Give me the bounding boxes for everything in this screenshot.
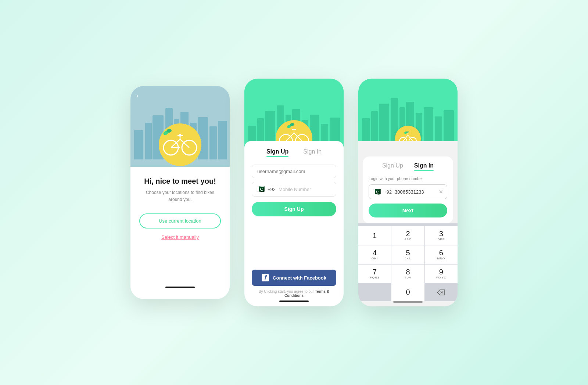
svg-rect-46: [379, 104, 389, 141]
tab-signin-3[interactable]: Sign In: [414, 162, 434, 171]
numeric-keypad: 1 2 ABC 3 DEF 4 GHI 5 JKL 6 MNO 7 PQRS 8: [358, 223, 458, 301]
flag-icon-3: 🇵🇰: [373, 188, 381, 196]
key-4-num: 4: [373, 249, 377, 256]
key-9-letters: WXYZ: [436, 276, 446, 279]
key-2-letters: ABC: [404, 238, 411, 241]
screen1-header: ‹: [130, 86, 230, 167]
key-6-letters: MNO: [437, 257, 445, 260]
key-5-letters: JKL: [405, 257, 411, 260]
key-1[interactable]: 1: [358, 226, 391, 245]
home-indicator-1: [165, 287, 195, 288]
svg-point-11: [159, 123, 201, 166]
key-7[interactable]: 7 PQRS: [358, 265, 391, 283]
select-manually-link[interactable]: Select it manually: [161, 234, 199, 240]
delete-icon: [437, 289, 445, 295]
screen3-card: Sign Up Sign In Login with your phone nu…: [363, 156, 453, 223]
key-5-num: 5: [406, 249, 410, 256]
next-button[interactable]: Next: [369, 204, 447, 217]
svg-rect-44: [362, 118, 370, 141]
screen1-body: Hi, nice to meet you! Choose your locati…: [130, 167, 230, 299]
back-button-2[interactable]: ‹: [244, 79, 344, 85]
phone-placeholder-2: Mobile Number: [279, 187, 311, 192]
clear-phone-button[interactable]: ✕: [439, 189, 443, 195]
key-2[interactable]: 2 ABC: [391, 226, 424, 245]
key-8-letters: TUV: [404, 276, 411, 279]
screen1-subtitle: Choose your locations to find bikes arou…: [139, 189, 221, 203]
country-code-2: +92: [268, 187, 276, 192]
svg-rect-45: [371, 111, 378, 141]
svg-rect-10: [218, 121, 227, 159]
tab-signup-3[interactable]: Sign Up: [382, 162, 403, 171]
svg-rect-53: [444, 110, 454, 141]
key-5[interactable]: 5 JKL: [391, 245, 424, 264]
svg-line-56: [403, 135, 408, 141]
city-silhouette-1: [130, 86, 230, 167]
login-label: Login with your phone number: [369, 176, 447, 181]
key-9-num: 9: [439, 268, 443, 276]
tab-signup-2[interactable]: Sign Up: [266, 148, 288, 157]
key-7-letters: PQRS: [370, 276, 380, 279]
svg-line-57: [408, 135, 413, 141]
phone-input-box-3: 🇵🇰 +92 30065331233 ✕: [369, 184, 447, 199]
key-6-num: 6: [439, 249, 443, 256]
key-3[interactable]: 3 DEF: [425, 226, 458, 245]
key-9[interactable]: 9 WXYZ: [425, 265, 458, 283]
back-button-1[interactable]: ‹: [136, 92, 139, 100]
key-2-num: 2: [406, 230, 410, 237]
screen3-frame: ‹: [358, 79, 458, 306]
screen2-frame: ‹ Sign Up: [244, 79, 344, 306]
svg-rect-52: [435, 116, 442, 141]
key-0-num: 0: [406, 288, 410, 296]
screen2-tabs: Sign Up Sign In: [252, 148, 336, 157]
svg-rect-1: [134, 130, 143, 159]
svg-rect-9: [209, 126, 217, 159]
key-7-num: 7: [373, 268, 377, 276]
phone-value-display: 30065331233: [395, 189, 436, 195]
back-button-3[interactable]: ‹: [358, 79, 458, 85]
key-0[interactable]: 0: [391, 283, 424, 301]
key-4-letters: GHI: [372, 257, 378, 260]
screen1-title: Hi, nice to meet you!: [144, 177, 216, 186]
country-code-3: +92: [384, 189, 392, 195]
key-delete[interactable]: [425, 283, 458, 301]
bike-icon-3: [399, 132, 417, 141]
key-3-num: 3: [439, 230, 443, 237]
svg-rect-2: [145, 123, 152, 159]
facebook-btn-label: Connect with Facebook: [273, 275, 326, 281]
svg-rect-19: [179, 134, 181, 137]
key-1-num: 1: [373, 232, 377, 239]
facebook-section: f Connect with Facebook By Clicking star…: [244, 270, 344, 301]
facebook-connect-button[interactable]: f Connect with Facebook: [252, 270, 336, 286]
screen3-tabs: Sign Up Sign In: [369, 162, 447, 171]
use-location-button[interactable]: Use current location: [139, 213, 221, 229]
terms-text: By Clicking start, you agree to our Term…: [252, 289, 336, 298]
signup-button[interactable]: Sign Up: [252, 202, 336, 216]
email-input[interactable]: [252, 165, 336, 178]
key-3-letters: DEF: [438, 238, 445, 241]
facebook-icon: f: [262, 274, 269, 281]
home-indicator-2: [279, 301, 309, 302]
phone-input-row: 🇵🇰 +92 Mobile Number: [252, 182, 336, 197]
key-empty: [358, 283, 391, 301]
home-indicator-3: [393, 301, 423, 303]
screen3-header: ‹: [358, 79, 458, 141]
key-6[interactable]: 6 MNO: [425, 245, 458, 264]
key-8-num: 8: [406, 268, 410, 276]
screen1-frame: ‹: [130, 86, 230, 299]
svg-rect-51: [424, 107, 433, 141]
flag-icon-2: 🇵🇰: [257, 185, 265, 193]
key-8[interactable]: 8 TUV: [391, 265, 424, 283]
key-4[interactable]: 4 GHI: [358, 245, 391, 264]
screen2-card: Sign Up Sign In 🇵🇰 +92 Mobile Number Sig…: [244, 141, 344, 270]
tab-signin-2[interactable]: Sign In: [303, 148, 322, 157]
